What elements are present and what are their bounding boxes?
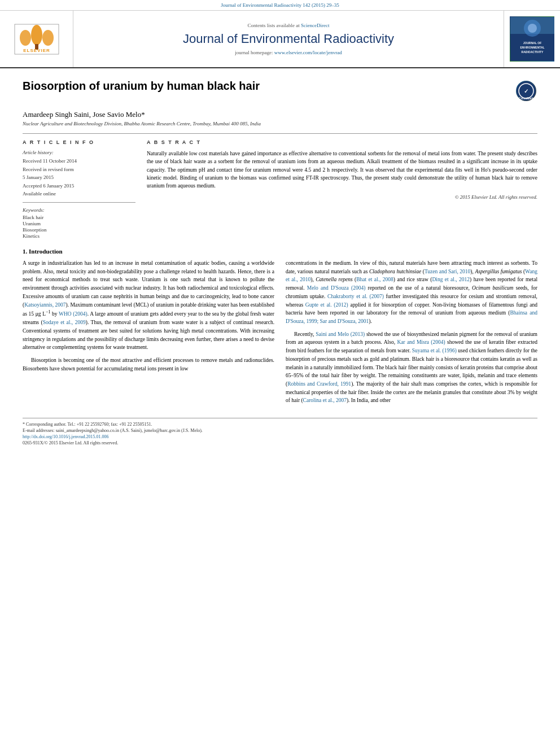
contents-available: Contents lists available at ScienceDirec… [248,23,330,28]
svg-text:ENVIRONMENTAL: ENVIRONMENTAL [520,46,544,49]
top-journal-bar: Journal of Environmental Radioactivity 1… [0,0,560,11]
journal-reference: Journal of Environmental Radioactivity 1… [221,2,339,8]
intro-right-col: concentrations in the medium. In view of… [286,259,537,409]
cover-graphic: JOURNAL OF ENVIRONMENTAL RADIOACTIVITY [510,17,554,61]
ref-saini-melo[interactable]: Saini and Melo (2013) [316,331,365,337]
intro-right-para-1: concentrations in the medium. In view of… [286,259,537,326]
journal-info-center: Contents lists available at ScienceDirec… [73,11,504,67]
ref-ding[interactable]: Ding et al., 2012 [432,277,470,282]
crossmark-icon: ✓ CrossMark [516,81,536,101]
intro-para-2: Biosorption is becoming one of the most … [23,356,274,373]
ref-robbins[interactable]: Robbins and Crawford, 1991 [287,381,351,387]
journal-homepage: journal homepage: www.elsevier.com/locat… [235,50,342,55]
ref-kar-misra[interactable]: Kar and Misra (2004) [397,339,445,345]
elsevier-logo: ELSEVIER [14,24,59,55]
abstract-text: Naturally available low cost materials h… [147,150,537,190]
email-note: E-mail addresses: saini_amardeepsingh@ya… [23,428,537,433]
ref-sodaye[interactable]: Sodaye et al., 2009 [43,320,86,325]
intro-body-columns: A surge in industrialization has led to … [23,259,537,409]
crossmark-svg: ✓ CrossMark [516,81,536,101]
keyword-1: Black hair [23,215,135,220]
ref-who[interactable]: WHO (2004) [59,311,88,317]
svg-point-3 [42,30,54,46]
journal-cover-area: JOURNAL OF ENVIRONMENTAL RADIOACTIVITY [504,11,560,67]
svg-text:RADIOACTIVITY: RADIOACTIVITY [521,50,544,54]
doi-link[interactable]: http://dx.doi.org/10.1016/j.jenvrad.2015… [23,434,537,439]
available-online: Available online [23,190,135,198]
elsevier-logo-area: ELSEVIER [0,11,73,67]
keywords-label: Keywords: [23,207,135,213]
corresponding-author-note: * Corresponding author. Tel.: +91 22 255… [23,422,537,427]
ref-suyama[interactable]: Suyama et al. (1996) [412,348,457,353]
journal-cover-image: JOURNAL OF ENVIRONMENTAL RADIOACTIVITY [510,16,554,62]
article-info-col: A R T I C L E I N F O Article history: R… [23,139,135,239]
abstract-copyright: © 2015 Elsevier Ltd. All rights reserved… [147,194,537,200]
keyword-2: Uranium [23,221,135,226]
introduction-section: 1. Introduction A surge in industrializa… [23,248,537,409]
ref-bhat[interactable]: Bhat et al., 2008 [356,277,393,282]
svg-text:ELSEVIER: ELSEVIER [23,48,50,53]
intro-right-para-2: Recently, Saini and Melo (2013) showed t… [286,330,537,405]
ref-melo-dsouza[interactable]: Melo and D'Souza (2004) [307,285,366,291]
ref-carolina[interactable]: Carolina et al., 2007 [303,397,347,403]
crossmark-area: ✓ CrossMark [515,80,537,102]
section-number: 1. [23,248,29,255]
svg-point-9 [528,24,537,33]
abstract-label: A B S T R A C T [147,139,537,145]
article-title: Biosorption of uranium by human black ha… [23,80,509,93]
ref-katsoyiannis[interactable]: Katsoyiannis, 2007 [24,302,65,308]
section-name: Introduction [29,248,63,255]
svg-point-1 [20,30,31,46]
ref-bhainsa[interactable]: Bhainsa and D'Souza, 1999; Sar and D'Sou… [286,310,537,324]
footer-copyright: 0265-931X/© 2015 Elsevier Ltd. All right… [23,440,537,445]
keyword-4: Kinetics [23,233,135,239]
ref-tuzen[interactable]: Tuzen and Sari, 2010 [425,269,470,274]
received-revised-label: Received in revised form [23,166,135,173]
divider [23,202,135,203]
elsevier-tree-icon: ELSEVIER [14,24,59,55]
journal-title: Journal of Environmental Radioactivity [183,32,394,46]
abstract-col: A B S T R A C T Naturally available low … [147,139,537,239]
article-content: Biosorption of uranium by human black ha… [0,68,560,457]
affiliation: Nuclear Agriculture and Biotechnology Di… [23,121,537,126]
journal-header: ELSEVIER Contents lists available at Sci… [0,11,560,68]
sciencedirect-link[interactable]: ScienceDirect [301,23,329,28]
intro-section-title: 1. Introduction [23,248,537,255]
journal-url[interactable]: www.elsevier.com/locate/jenvrad [274,50,342,55]
footer-section: * Corresponding author. Tel.: +91 22 255… [23,418,537,445]
ref-gupte[interactable]: Gupte et al. (2012) [305,302,348,308]
keyword-3: Biosorption [23,227,135,233]
intro-left-col: A surge in industrialization has led to … [23,259,274,409]
accepted-date: Accepted 6 January 2015 [23,182,135,190]
received-date: Received 11 October 2014 [23,158,135,165]
svg-text:✓: ✓ [524,88,528,94]
intro-para-1: A surge in industrialization has led to … [23,259,274,352]
svg-text:JOURNAL OF: JOURNAL OF [523,41,541,45]
ref-chakraborty[interactable]: Chakraborty et al. (2007) [327,294,384,299]
svg-point-2 [31,25,42,45]
article-title-section: Biosorption of uranium by human black ha… [23,80,537,106]
keywords-section: Keywords: Black hair Uranium Biosorption… [23,207,135,239]
authors: Amardeep Singh Saini, Jose Savio Melo* [23,110,537,119]
article-info-label: A R T I C L E I N F O [23,139,135,145]
history-label: Article history: [23,150,135,155]
article-info-abstract: A R T I C L E I N F O Article history: R… [23,133,537,239]
svg-text:CrossMark: CrossMark [519,97,533,100]
revised-date: 5 January 2015 [23,174,135,181]
